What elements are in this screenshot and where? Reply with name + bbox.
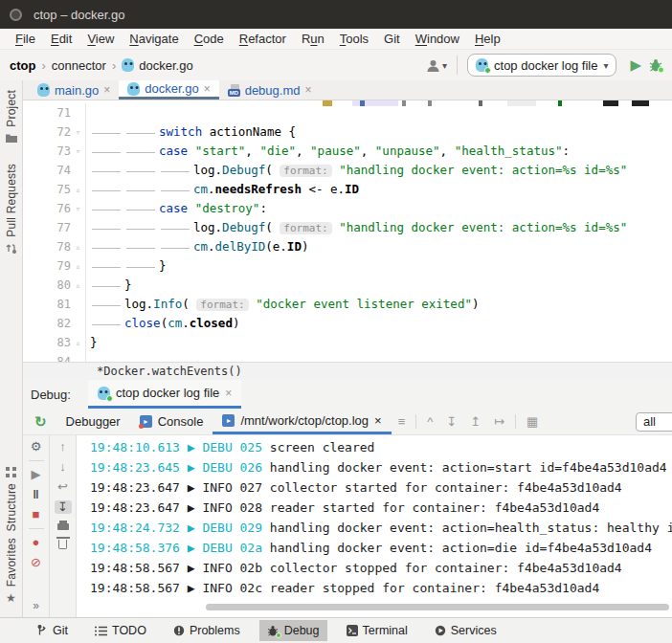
code-line-80[interactable]: 80▵} <box>23 276 672 295</box>
menu-help[interactable]: Help <box>467 32 508 46</box>
close-icon[interactable]: × <box>103 83 110 97</box>
clear-all-icon[interactable] <box>58 540 67 549</box>
code-line-82[interactable]: 82close(cm.closed) <box>23 314 672 333</box>
more-actions-button[interactable]: » <box>33 599 39 612</box>
fold-marker-icon[interactable]: ▵ <box>71 276 86 295</box>
scroll-up-icon[interactable]: ↥ <box>470 414 481 429</box>
statusbar-git[interactable]: Git <box>29 620 76 641</box>
statusbar-problems[interactable]: Problems <box>166 620 248 641</box>
line-number[interactable]: 72 <box>23 122 71 142</box>
pause-button[interactable]: ‖ <box>28 488 45 501</box>
line-number[interactable]: 71 <box>23 103 71 122</box>
menu-file[interactable]: File <box>8 32 43 46</box>
stop-button[interactable]: ■ <box>28 508 45 521</box>
log-console[interactable]: 19:48:10.613 ▶ DEBU 025 screen cleared19… <box>77 435 672 617</box>
fold-marker-icon[interactable]: ▿ <box>71 199 86 218</box>
tab-debugger[interactable]: Debugger <box>56 409 130 434</box>
rerun-button[interactable]: ↻ <box>34 413 47 431</box>
tool-window-button-pull-requests[interactable]: Pull Requests <box>5 164 18 255</box>
up-stack-icon[interactable]: ↑ <box>55 440 72 454</box>
code-line-71[interactable]: 71 <box>23 103 672 122</box>
fold-marker-icon[interactable]: ▵ <box>71 180 86 199</box>
fold-marker-icon[interactable]: ▵ <box>71 333 86 352</box>
log-level-filter-select[interactable]: all <box>636 412 672 432</box>
print-icon[interactable] <box>57 523 69 530</box>
tab-log-file[interactable]: ▸ /mnt/work/ctop/ctop.log × <box>213 409 391 434</box>
debug-session-tab[interactable]: ctop docker log file × <box>88 380 241 409</box>
fold-marker-icon[interactable]: ▿ <box>71 122 86 142</box>
run-button[interactable]: ▶ <box>630 56 641 74</box>
fold-marker-icon[interactable]: ▿ <box>71 142 86 161</box>
close-icon[interactable]: × <box>304 83 311 97</box>
tab-main-go[interactable]: main.go × <box>29 80 119 100</box>
breadcrumb-file[interactable]: docker.go <box>139 58 192 73</box>
line-number[interactable]: 84 <box>23 352 71 362</box>
line-number[interactable]: 74 <box>23 161 71 180</box>
code-line-73[interactable]: 73▿case "start", "die", "pause", "unpaus… <box>23 142 672 161</box>
line-number[interactable]: 79 <box>23 256 71 276</box>
code-line-84[interactable]: 84 <box>23 352 672 362</box>
scroll-down-icon[interactable]: ↧ <box>446 414 457 429</box>
view-breakpoints-button[interactable]: ● <box>28 536 45 549</box>
code-line-77[interactable]: 77log.Debugf( format: "handling docker e… <box>23 218 672 237</box>
close-icon[interactable]: × <box>204 82 211 96</box>
tab-docker-go[interactable]: docker.go × <box>119 80 218 100</box>
current-method-breadcrumb[interactable]: *Docker.watchEvents() <box>97 365 242 378</box>
code-line-76[interactable]: 76▿case "destroy": <box>23 199 672 218</box>
restore-layout-icon[interactable]: ^ <box>427 414 433 429</box>
scroll-to-end-icon[interactable]: ↧ <box>55 500 72 514</box>
line-number[interactable]: 77 <box>23 218 71 237</box>
line-number[interactable]: 80 <box>23 276 71 295</box>
resume-button[interactable]: ▶ <box>28 468 45 481</box>
horizontal-scrollbar[interactable] <box>206 604 669 610</box>
menu-view[interactable]: View <box>79 32 122 46</box>
close-icon[interactable]: × <box>225 387 232 400</box>
line-number[interactable]: 73 <box>23 142 71 161</box>
tab-console[interactable]: ▸ Console <box>130 409 213 434</box>
settings-icon[interactable]: ⚙ <box>28 440 45 454</box>
code-line-78[interactable]: 78▵cm.delByID(e.ID) <box>23 237 672 256</box>
tab-debug-md[interactable]: MD debug.md × <box>219 80 321 100</box>
line-number[interactable]: 83 <box>23 333 71 352</box>
code-line-81[interactable]: 81log.Info( format: "docker event listen… <box>23 295 672 314</box>
line-number[interactable]: 78 <box>23 237 71 256</box>
breadcrumb-project[interactable]: ctop <box>10 58 35 73</box>
menu-navigate[interactable]: Navigate <box>122 32 186 46</box>
statusbar-debug[interactable]: Debug <box>259 620 327 641</box>
code-line-79[interactable]: 79▵} <box>23 256 672 276</box>
code-line-74[interactable]: 74log.Debugf( format: "handling docker e… <box>23 161 672 180</box>
line-number[interactable]: 81 <box>23 295 71 314</box>
tool-window-button-structure[interactable]: Structure <box>5 467 18 532</box>
mute-breakpoints-button[interactable]: ⊘ <box>28 556 45 569</box>
close-icon[interactable]: × <box>374 413 382 428</box>
statusbar-terminal[interactable]: Terminal <box>339 620 415 641</box>
code-line-75[interactable]: 75▵cm.needsRefresh <- e.ID <box>23 180 672 199</box>
menu-tools[interactable]: Tools <box>332 32 376 46</box>
code-editor[interactable]: 7172▿switch actionName {73▿case "start",… <box>23 100 672 362</box>
menu-window[interactable]: Window <box>408 32 467 46</box>
menu-refactor[interactable]: Refactor <box>232 32 294 46</box>
run-configuration-select[interactable]: ctop docker log file ▾ <box>467 54 616 77</box>
options-menu-icon[interactable]: ≡ <box>398 414 406 429</box>
line-number[interactable]: 76 <box>23 199 71 218</box>
tool-window-button-project[interactable]: Project <box>5 90 18 143</box>
statusbar-todo[interactable]: TODO <box>87 620 154 641</box>
statusbar-services[interactable]: Services <box>427 620 504 641</box>
menu-git[interactable]: Git <box>376 32 408 46</box>
user-avatar-button[interactable]: ▾ <box>426 58 447 73</box>
line-number[interactable]: 75 <box>23 180 71 199</box>
layout-grid-icon[interactable]: ▦ <box>526 414 538 429</box>
tool-window-button-favorites[interactable]: Favorites ★ <box>5 538 18 604</box>
soft-wrap-icon[interactable]: ↩ <box>55 480 72 494</box>
window-control-button[interactable] <box>10 9 22 21</box>
debug-button[interactable] <box>649 58 664 73</box>
code-line-72[interactable]: 72▿switch actionName { <box>23 122 672 142</box>
menu-edit[interactable]: Edit <box>43 32 79 46</box>
scroll-to-cursor-icon[interactable]: ↦ <box>494 414 504 429</box>
menu-code[interactable]: Code <box>187 32 232 46</box>
fold-marker-icon[interactable]: ▵ <box>71 256 86 276</box>
fold-marker-icon[interactable]: ▵ <box>71 237 86 256</box>
down-stack-icon[interactable]: ↓ <box>55 460 72 474</box>
line-number[interactable]: 82 <box>23 314 71 333</box>
code-line-83[interactable]: 83▵} <box>23 333 672 352</box>
